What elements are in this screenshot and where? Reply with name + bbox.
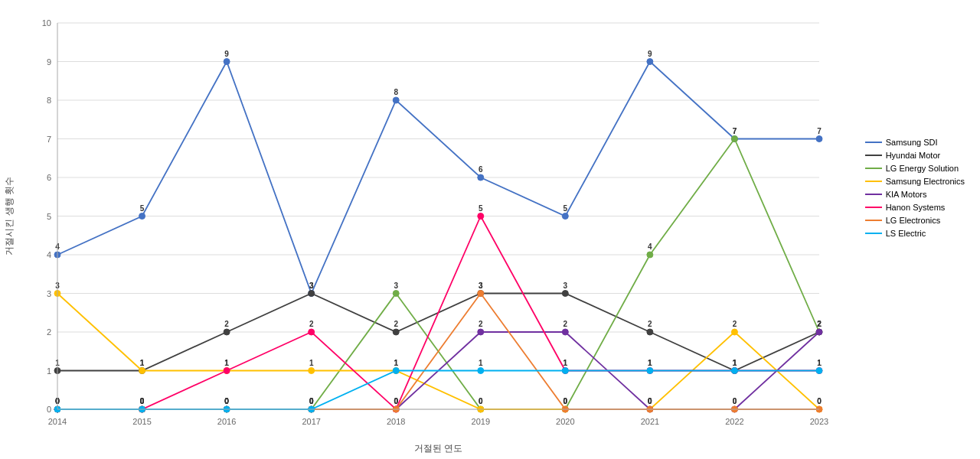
legend-item-lg-energy: LG Energy Solution: [865, 164, 965, 173]
legend-item-lg-electronics: LG Electronics: [865, 216, 965, 225]
legend-label-hyundai-motor: Hyundai Motor: [886, 151, 941, 160]
svg-point-184: [478, 368, 484, 374]
svg-text:0: 0: [564, 397, 568, 405]
svg-text:1: 1: [817, 359, 822, 367]
svg-text:거절시킨 생행 횟수: 거절시킨 생행 횟수: [4, 177, 15, 256]
line-chart: 0123456789102014201520162017201820192020…: [0, 0, 980, 459]
svg-point-186: [562, 368, 568, 374]
svg-point-192: [816, 368, 822, 374]
svg-text:9: 9: [224, 50, 229, 58]
svg-text:1: 1: [564, 359, 568, 367]
svg-text:7: 7: [817, 127, 822, 135]
svg-point-132: [816, 329, 822, 335]
svg-text:2014: 2014: [48, 417, 67, 426]
svg-text:5: 5: [140, 204, 145, 213]
svg-text:2023: 2023: [810, 417, 828, 426]
svg-point-182: [393, 368, 399, 374]
svg-point-188: [647, 368, 653, 374]
legend-label-samsung-electronics: Samsung Electronics: [886, 177, 965, 186]
legend-item-hanon: Hanon Systems: [865, 203, 965, 212]
svg-point-90: [731, 136, 737, 142]
legend-label-samsung-sdi: Samsung SDI: [886, 138, 938, 147]
svg-point-138: [224, 368, 230, 374]
svg-text:2: 2: [309, 320, 314, 328]
svg-text:1: 1: [140, 359, 145, 367]
svg-point-46: [562, 213, 568, 220]
legend-line-hyundai-motor: [865, 155, 882, 156]
legend-item-samsung-electronics: Samsung Electronics: [865, 177, 965, 186]
legend-line-lg-energy: [865, 168, 882, 169]
svg-text:0: 0: [224, 397, 229, 405]
legend-line-samsung-sdi: [865, 142, 882, 143]
svg-text:9: 9: [47, 57, 51, 67]
svg-point-82: [393, 291, 399, 297]
svg-text:1: 1: [309, 359, 314, 367]
svg-point-38: [224, 59, 230, 65]
svg-point-124: [478, 329, 484, 335]
svg-text:0: 0: [309, 397, 314, 405]
legend-line-samsung-electronics: [865, 181, 882, 182]
legend-label-hanon: Hanon Systems: [886, 203, 946, 212]
svg-point-110: [731, 329, 737, 335]
svg-text:0: 0: [648, 397, 652, 405]
svg-text:0: 0: [47, 405, 51, 414]
svg-text:2019: 2019: [472, 417, 490, 426]
svg-text:0: 0: [733, 397, 737, 405]
svg-text:2: 2: [733, 320, 737, 328]
legend-item-hyundai-motor: Hyundai Motor: [865, 151, 965, 160]
svg-text:7: 7: [47, 135, 51, 144]
svg-point-100: [309, 368, 315, 374]
svg-text:3: 3: [479, 282, 483, 290]
svg-text:10: 10: [42, 18, 51, 28]
svg-point-48: [647, 59, 653, 65]
svg-text:2016: 2016: [217, 417, 236, 426]
svg-text:2: 2: [817, 320, 822, 328]
svg-point-58: [224, 329, 230, 335]
svg-text:2: 2: [564, 320, 568, 328]
legend-item-ls-electric: LS Electric: [865, 229, 965, 238]
legend-line-kia-motors: [865, 194, 882, 195]
legend-line-ls-electric: [865, 233, 882, 234]
legend-line-hanon: [865, 207, 882, 208]
svg-point-88: [647, 252, 653, 258]
svg-text:1: 1: [733, 359, 737, 367]
svg-text:7: 7: [733, 127, 737, 135]
svg-point-144: [478, 213, 484, 220]
svg-text:3: 3: [309, 282, 314, 290]
svg-text:5: 5: [479, 204, 483, 213]
legend-line-lg-electronics: [865, 220, 882, 221]
svg-text:1: 1: [224, 359, 229, 367]
svg-text:2: 2: [47, 327, 51, 337]
svg-point-52: [816, 136, 822, 142]
svg-text:0: 0: [394, 397, 398, 405]
legend-label-lg-electronics: LG Electronics: [886, 216, 941, 225]
svg-text:1: 1: [47, 366, 51, 376]
svg-text:2018: 2018: [387, 417, 405, 426]
svg-text:2: 2: [648, 320, 652, 328]
svg-text:2: 2: [394, 320, 398, 328]
svg-text:4: 4: [648, 243, 652, 251]
svg-text:3: 3: [47, 289, 51, 298]
svg-text:1: 1: [479, 359, 483, 367]
svg-text:거절된 연도: 거절된 연도: [414, 443, 462, 454]
svg-text:0: 0: [479, 397, 483, 405]
svg-point-60: [309, 291, 315, 297]
legend-label-ls-electric: LS Electric: [886, 229, 926, 238]
svg-text:1: 1: [394, 359, 398, 367]
svg-text:6: 6: [479, 165, 483, 174]
svg-point-66: [562, 291, 568, 297]
svg-text:1: 1: [648, 359, 652, 367]
svg-point-96: [139, 368, 145, 374]
svg-text:0: 0: [817, 397, 822, 405]
svg-text:2020: 2020: [556, 417, 574, 426]
svg-text:5: 5: [47, 212, 51, 221]
svg-point-190: [731, 368, 737, 374]
legend-label-kia-motors: KIA Motors: [886, 190, 927, 199]
svg-text:6: 6: [47, 173, 51, 182]
legend-item-samsung-sdi: Samsung SDI: [865, 138, 965, 147]
svg-text:2021: 2021: [641, 417, 659, 426]
svg-text:2: 2: [479, 320, 483, 328]
svg-text:3: 3: [564, 282, 568, 290]
svg-text:8: 8: [47, 96, 51, 105]
svg-text:3: 3: [394, 282, 398, 290]
